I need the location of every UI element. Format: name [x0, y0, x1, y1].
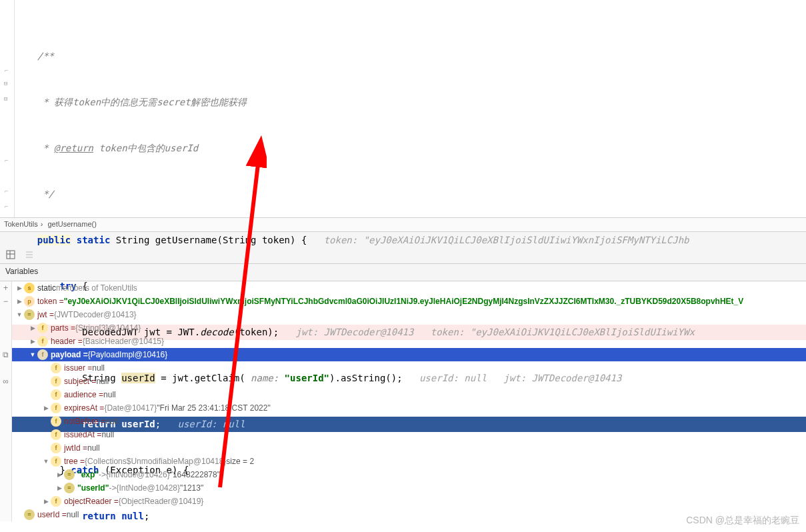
- var-tree-userid[interactable]: ▶="userId" -> {IntNode@10428} "1213": [0, 481, 806, 495]
- var-audience[interactable]: faudience = null: [0, 388, 806, 401]
- keyword-public: public: [37, 235, 71, 245]
- variables-panel[interactable]: + − ⧉ ∞ ▶sstatic members of TokenUtils ▶…: [0, 281, 806, 521]
- list-view-icon[interactable]: [24, 249, 35, 260]
- var-static-members[interactable]: ▶sstatic members of TokenUtils: [0, 281, 806, 295]
- var-objectreader[interactable]: ▶fobjectReader = {ObjectReader@10419}: [0, 495, 806, 508]
- var-jwt[interactable]: ▼=jwt = {JWTDecoder@10413}: [0, 308, 806, 321]
- link-icon[interactable]: ∞: [0, 375, 11, 388]
- var-parts[interactable]: ▶fparts = {String[3]@10414}: [0, 321, 806, 335]
- var-header[interactable]: ▶fheader = {BasicHeader@10415}: [0, 335, 806, 348]
- var-tree[interactable]: ▼ftree = {Collections$UnmodifiableMap@10…: [0, 455, 806, 468]
- var-tree-exp[interactable]: ▶="exp" -> {IntNode@10426} "1648222878": [0, 468, 806, 481]
- var-userid[interactable]: =userId = null: [0, 508, 806, 521]
- remove-watch-icon[interactable]: −: [0, 295, 11, 308]
- var-issuer[interactable]: fissuer = null: [0, 361, 806, 375]
- copy-icon[interactable]: ⧉: [0, 348, 11, 361]
- code-editor[interactable]: /** * 获得token中的信息无需secret解密也能获得 * @retur…: [0, 0, 806, 217]
- var-notbefore[interactable]: fnotBefore = null: [0, 415, 806, 428]
- var-expiresat[interactable]: ▶fexpiresAt = {Date@10417} "Fri Mar 25 2…: [0, 401, 806, 415]
- variables-side-icons: + − ⧉ ∞: [0, 281, 12, 521]
- var-issuedat[interactable]: fissuedAt = null: [0, 428, 806, 441]
- var-jwtid[interactable]: fjwtId = null: [0, 441, 806, 455]
- add-watch-icon[interactable]: +: [0, 281, 11, 295]
- var-subject[interactable]: fsubject = null: [0, 375, 806, 388]
- var-token[interactable]: ▶ptoken = "eyJ0eXAiOiJKV1QiLCJ0eXBlIjoiS…: [0, 295, 806, 308]
- var-payload[interactable]: ▼fpayload = {PayloadImpl@10416}: [0, 348, 806, 361]
